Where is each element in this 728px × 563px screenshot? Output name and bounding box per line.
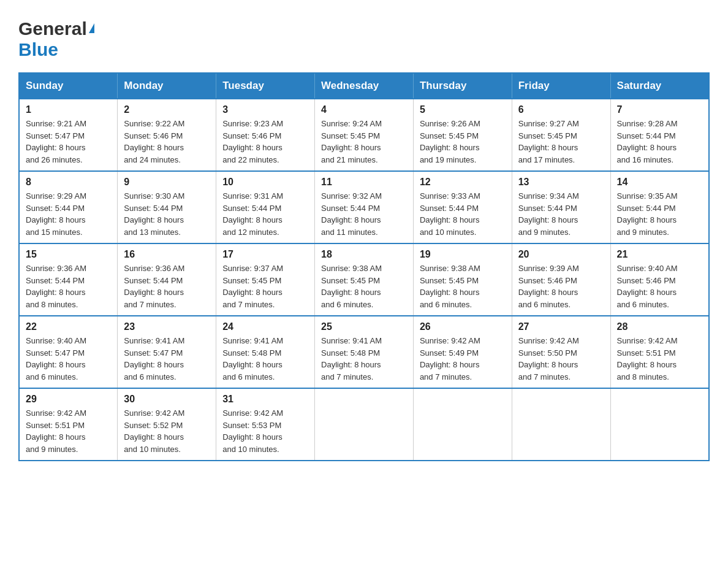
day-info: Sunrise: 9:26 AMSunset: 5:45 PMDaylight:… (420, 119, 480, 164)
day-info: Sunrise: 9:32 AMSunset: 5:44 PMDaylight:… (321, 191, 382, 237)
calendar-cell: 30 Sunrise: 9:42 AMSunset: 5:52 PMDaylig… (118, 388, 216, 461)
calendar-cell: 19 Sunrise: 9:38 AMSunset: 5:45 PMDaylig… (413, 243, 512, 316)
day-info: Sunrise: 9:24 AMSunset: 5:45 PMDaylight:… (321, 119, 382, 164)
day-info: Sunrise: 9:42 AMSunset: 5:53 PMDaylight:… (222, 408, 283, 454)
day-number: 10 (222, 177, 308, 188)
day-number: 24 (222, 321, 308, 332)
day-number: 17 (222, 249, 308, 260)
calendar-cell: 18 Sunrise: 9:38 AMSunset: 5:45 PMDaylig… (315, 243, 414, 316)
day-info: Sunrise: 9:23 AMSunset: 5:46 PMDaylight:… (222, 119, 283, 164)
day-info: Sunrise: 9:37 AMSunset: 5:45 PMDaylight:… (222, 264, 283, 309)
day-info: Sunrise: 9:33 AMSunset: 5:44 PMDaylight:… (420, 191, 480, 237)
day-info: Sunrise: 9:40 AMSunset: 5:47 PMDaylight:… (26, 336, 86, 381)
day-info: Sunrise: 9:41 AMSunset: 5:48 PMDaylight:… (222, 336, 283, 381)
calendar-cell (413, 388, 512, 461)
calendar-cell: 10 Sunrise: 9:31 AMSunset: 5:44 PMDaylig… (216, 171, 315, 243)
day-info: Sunrise: 9:38 AMSunset: 5:45 PMDaylight:… (420, 264, 480, 309)
weekday-header-saturday: Saturday (610, 73, 709, 99)
day-number: 7 (617, 104, 702, 115)
calendar-cell: 21 Sunrise: 9:40 AMSunset: 5:46 PMDaylig… (610, 243, 709, 316)
day-number: 8 (26, 177, 111, 188)
calendar-week-row: 15 Sunrise: 9:36 AMSunset: 5:44 PMDaylig… (19, 243, 709, 316)
day-info: Sunrise: 9:28 AMSunset: 5:44 PMDaylight:… (617, 119, 678, 164)
day-info: Sunrise: 9:29 AMSunset: 5:44 PMDaylight:… (26, 191, 86, 237)
day-number: 9 (124, 177, 210, 188)
day-number: 25 (321, 321, 407, 332)
calendar-cell: 5 Sunrise: 9:26 AMSunset: 5:45 PMDayligh… (413, 99, 512, 171)
calendar-cell: 13 Sunrise: 9:34 AMSunset: 5:44 PMDaylig… (512, 171, 610, 243)
calendar-cell: 9 Sunrise: 9:30 AMSunset: 5:44 PMDayligh… (118, 171, 216, 243)
day-number: 16 (124, 249, 210, 260)
weekday-header-sunday: Sunday (19, 73, 118, 99)
day-number: 12 (420, 177, 506, 188)
day-number: 2 (124, 104, 210, 115)
weekday-header-friday: Friday (512, 73, 610, 99)
logo: General Blue (18, 18, 94, 60)
day-number: 27 (518, 321, 604, 332)
calendar-cell: 12 Sunrise: 9:33 AMSunset: 5:44 PMDaylig… (413, 171, 512, 243)
day-info: Sunrise: 9:38 AMSunset: 5:45 PMDaylight:… (321, 264, 382, 309)
day-number: 14 (617, 177, 702, 188)
day-info: Sunrise: 9:42 AMSunset: 5:51 PMDaylight:… (26, 408, 86, 454)
day-number: 3 (222, 104, 308, 115)
day-info: Sunrise: 9:42 AMSunset: 5:52 PMDaylight:… (124, 408, 184, 454)
day-info: Sunrise: 9:41 AMSunset: 5:47 PMDaylight:… (124, 336, 184, 381)
day-number: 18 (321, 249, 407, 260)
day-number: 11 (321, 177, 407, 188)
day-info: Sunrise: 9:36 AMSunset: 5:44 PMDaylight:… (26, 264, 86, 309)
calendar-cell: 22 Sunrise: 9:40 AMSunset: 5:47 PMDaylig… (19, 316, 118, 388)
calendar-week-row: 22 Sunrise: 9:40 AMSunset: 5:47 PMDaylig… (19, 316, 709, 388)
day-info: Sunrise: 9:41 AMSunset: 5:48 PMDaylight:… (321, 336, 382, 381)
logo-general-text: General (18, 18, 87, 39)
day-number: 28 (617, 321, 702, 332)
day-info: Sunrise: 9:36 AMSunset: 5:44 PMDaylight:… (124, 264, 184, 309)
day-info: Sunrise: 9:40 AMSunset: 5:46 PMDaylight:… (617, 264, 678, 309)
day-number: 23 (124, 321, 210, 332)
weekday-header-tuesday: Tuesday (216, 73, 315, 99)
logo-triangle-icon (89, 23, 94, 33)
day-info: Sunrise: 9:30 AMSunset: 5:44 PMDaylight:… (124, 191, 184, 237)
calendar-week-row: 29 Sunrise: 9:42 AMSunset: 5:51 PMDaylig… (19, 388, 709, 461)
calendar-cell: 2 Sunrise: 9:22 AMSunset: 5:46 PMDayligh… (118, 99, 216, 171)
day-info: Sunrise: 9:35 AMSunset: 5:44 PMDaylight:… (617, 191, 678, 237)
calendar-cell: 3 Sunrise: 9:23 AMSunset: 5:46 PMDayligh… (216, 99, 315, 171)
calendar-header-row: SundayMondayTuesdayWednesdayThursdayFrid… (19, 73, 709, 99)
calendar-cell: 7 Sunrise: 9:28 AMSunset: 5:44 PMDayligh… (610, 99, 709, 171)
day-number: 15 (26, 249, 111, 260)
day-info: Sunrise: 9:31 AMSunset: 5:44 PMDaylight:… (222, 191, 283, 237)
day-info: Sunrise: 9:21 AMSunset: 5:47 PMDaylight:… (26, 119, 86, 164)
day-number: 6 (518, 104, 604, 115)
calendar-cell: 31 Sunrise: 9:42 AMSunset: 5:53 PMDaylig… (216, 388, 315, 461)
day-number: 22 (26, 321, 111, 332)
day-info: Sunrise: 9:39 AMSunset: 5:46 PMDaylight:… (518, 264, 579, 309)
day-number: 29 (26, 394, 111, 405)
calendar-cell (315, 388, 414, 461)
weekday-header-wednesday: Wednesday (315, 73, 414, 99)
calendar-cell: 15 Sunrise: 9:36 AMSunset: 5:44 PMDaylig… (19, 243, 118, 316)
calendar-cell (512, 388, 610, 461)
day-number: 21 (617, 249, 702, 260)
calendar-table: SundayMondayTuesdayWednesdayThursdayFrid… (18, 72, 710, 461)
day-number: 5 (420, 104, 506, 115)
calendar-week-row: 8 Sunrise: 9:29 AMSunset: 5:44 PMDayligh… (19, 171, 709, 243)
calendar-cell: 6 Sunrise: 9:27 AMSunset: 5:45 PMDayligh… (512, 99, 610, 171)
calendar-cell: 16 Sunrise: 9:36 AMSunset: 5:44 PMDaylig… (118, 243, 216, 316)
calendar-cell: 27 Sunrise: 9:42 AMSunset: 5:50 PMDaylig… (512, 316, 610, 388)
day-number: 26 (420, 321, 506, 332)
day-number: 20 (518, 249, 604, 260)
calendar-cell: 28 Sunrise: 9:42 AMSunset: 5:51 PMDaylig… (610, 316, 709, 388)
day-info: Sunrise: 9:42 AMSunset: 5:49 PMDaylight:… (420, 336, 480, 381)
day-number: 19 (420, 249, 506, 260)
calendar-cell: 23 Sunrise: 9:41 AMSunset: 5:47 PMDaylig… (118, 316, 216, 388)
calendar-cell: 4 Sunrise: 9:24 AMSunset: 5:45 PMDayligh… (315, 99, 414, 171)
calendar-cell: 14 Sunrise: 9:35 AMSunset: 5:44 PMDaylig… (610, 171, 709, 243)
calendar-cell: 1 Sunrise: 9:21 AMSunset: 5:47 PMDayligh… (19, 99, 118, 171)
weekday-header-thursday: Thursday (413, 73, 512, 99)
calendar-cell: 29 Sunrise: 9:42 AMSunset: 5:51 PMDaylig… (19, 388, 118, 461)
day-info: Sunrise: 9:27 AMSunset: 5:45 PMDaylight:… (518, 119, 579, 164)
calendar-cell: 26 Sunrise: 9:42 AMSunset: 5:49 PMDaylig… (413, 316, 512, 388)
day-info: Sunrise: 9:42 AMSunset: 5:51 PMDaylight:… (617, 336, 678, 381)
page-header: General Blue (18, 18, 710, 60)
day-info: Sunrise: 9:22 AMSunset: 5:46 PMDaylight:… (124, 119, 184, 164)
calendar-cell: 17 Sunrise: 9:37 AMSunset: 5:45 PMDaylig… (216, 243, 315, 316)
